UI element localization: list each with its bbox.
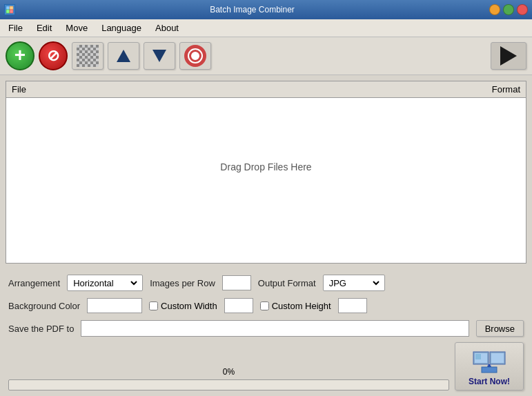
custom-height-input[interactable]: 500 (338, 298, 367, 313)
next-button[interactable] (491, 42, 526, 70)
col-file-header: File (12, 84, 465, 95)
background-color-label: Background Color (8, 301, 80, 311)
save-pdf-label: Save the PDF to (8, 324, 74, 334)
file-table-body[interactable]: Drag Drop Files Here (6, 98, 526, 236)
move-up-button[interactable] (108, 42, 139, 70)
title-bar: Batch Image Combiner (0, 0, 532, 19)
remove-button[interactable]: ⊘ (39, 41, 68, 70)
help-button[interactable] (179, 42, 211, 70)
controls-row-1: Arrangement Horizontal Vertical Grid Ima… (8, 275, 524, 291)
controls-row-2: Background Color Custom Width 500 Custom… (8, 298, 524, 313)
col-format-header: Format (465, 84, 520, 95)
drag-drop-text: Drag Drop Files Here (220, 161, 311, 172)
menu-file[interactable]: File (3, 21, 28, 35)
custom-height-label: Custom Height (272, 301, 331, 311)
custom-width-checkbox-label[interactable]: Custom Width (149, 301, 217, 311)
svg-rect-2 (6, 10, 10, 13)
start-now-label: Start Now! (469, 377, 510, 386)
custom-height-checkbox[interactable] (260, 301, 269, 310)
close-button[interactable] (517, 4, 528, 15)
arrangement-label: Arrangement (8, 278, 60, 288)
svg-rect-8 (491, 353, 504, 363)
output-format-dropdown[interactable]: JPG PNG BMP TIFF (323, 275, 385, 291)
bottom-area: 0% Star (0, 342, 532, 396)
images-per-row-input[interactable] (222, 275, 251, 290)
arrangement-dropdown[interactable]: Horizontal Vertical Grid (67, 275, 143, 291)
file-table-header: File Format (6, 81, 526, 98)
toolbar: + ⊘ (0, 37, 532, 75)
background-color-picker[interactable] (87, 298, 142, 313)
menu-about[interactable]: About (150, 21, 184, 35)
progress-bar (8, 379, 449, 390)
arrangement-select[interactable]: Horizontal Vertical Grid (70, 277, 139, 289)
custom-width-checkbox[interactable] (149, 301, 158, 310)
save-pdf-path-input[interactable]: C:\Output\ (81, 320, 469, 337)
custom-width-label: Custom Width (161, 301, 217, 311)
svg-rect-11 (482, 367, 497, 373)
svg-rect-0 (6, 6, 10, 10)
file-table: File Format Drag Drop Files Here (6, 81, 526, 264)
svg-rect-6 (475, 354, 481, 359)
minimize-button[interactable] (489, 4, 500, 15)
next-arrow-icon (500, 46, 517, 66)
menu-edit[interactable]: Edit (31, 21, 57, 35)
checker-icon (77, 45, 99, 67)
app-icon (4, 4, 15, 15)
maximize-button[interactable] (503, 4, 514, 15)
svg-rect-3 (10, 10, 13, 13)
custom-height-checkbox-label[interactable]: Custom Height (260, 301, 331, 311)
arrow-up-icon (117, 50, 130, 62)
browse-button[interactable]: Browse (476, 320, 524, 337)
output-format-label: Output Format (258, 278, 316, 288)
start-icon (472, 346, 506, 374)
controls-row-3: Save the PDF to C:\Output\ Browse (8, 320, 524, 337)
lifebuoy-icon (184, 45, 206, 67)
main-window: Batch Image Combiner File Edit Move Lang… (0, 0, 532, 396)
controls-area: Arrangement Horizontal Vertical Grid Ima… (0, 269, 532, 342)
move-down-button[interactable] (144, 42, 175, 70)
output-format-select[interactable]: JPG PNG BMP TIFF (326, 277, 382, 289)
window-controls (489, 4, 528, 15)
progress-section: 0% (8, 367, 449, 390)
menu-bar: File Edit Move Language About (0, 19, 532, 37)
arrow-down-icon (152, 50, 166, 62)
add-button[interactable]: + (6, 41, 35, 70)
start-now-button[interactable]: Start Now! (455, 342, 524, 390)
svg-rect-1 (10, 6, 13, 10)
menu-language[interactable]: Language (96, 21, 147, 35)
images-per-row-label: Images per Row (150, 278, 215, 288)
custom-width-input[interactable]: 500 (224, 298, 253, 313)
menu-move[interactable]: Move (60, 21, 93, 35)
clear-button[interactable] (72, 42, 104, 70)
window-title: Batch Image Combiner (15, 5, 489, 14)
progress-label: 0% (8, 367, 449, 377)
